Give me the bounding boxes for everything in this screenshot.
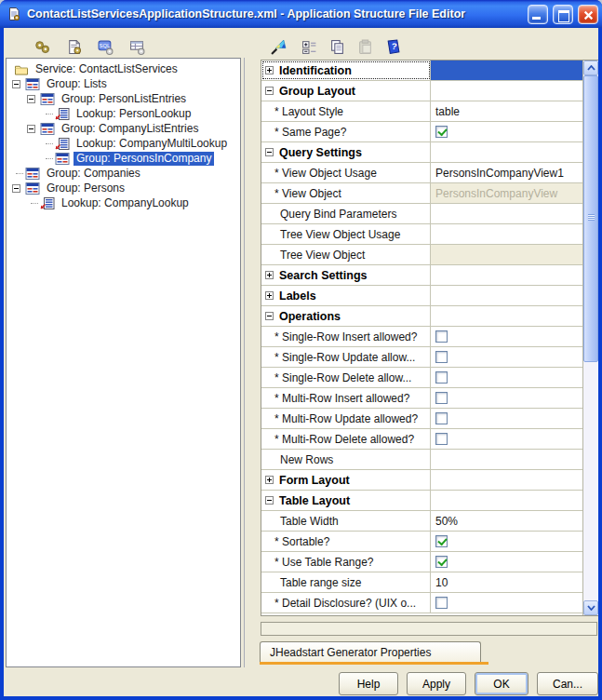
property-row[interactable]: Identification — [261, 61, 582, 81]
property-row[interactable]: Query Settings — [261, 142, 582, 163]
tree-item[interactable]: Lookup: CompanyLookup — [7, 195, 240, 210]
scroll-up-button[interactable] — [583, 61, 598, 75]
property-value-cell[interactable] — [431, 552, 582, 572]
titlebar[interactable]: ContactListServicesApplicationStructure.… — [0, 0, 602, 28]
section-expander-icon[interactable] — [265, 312, 274, 320]
minimize-button[interactable] — [528, 5, 548, 24]
checkbox[interactable] — [435, 597, 448, 609]
section-expander-icon[interactable] — [265, 148, 274, 156]
help-book-button[interactable]: ? — [381, 35, 404, 59]
gears-button[interactable] — [30, 35, 54, 59]
property-row[interactable]: * Multi-Row Update allowed? — [261, 409, 582, 429]
section-expander-icon[interactable] — [265, 291, 274, 300]
property-row[interactable]: Tree View Object Usage — [261, 224, 582, 245]
tree-item[interactable]: Group: PersonsInCompany — [7, 151, 240, 166]
help-button[interactable]: Help — [339, 672, 398, 695]
checkbox[interactable] — [435, 412, 448, 424]
property-value-cell[interactable] — [431, 204, 582, 223]
section-expander-icon[interactable] — [265, 271, 274, 279]
tree-expander-icon[interactable] — [27, 95, 35, 103]
property-row[interactable]: Table Width 50% — [261, 511, 582, 532]
properties-wand-button[interactable] — [266, 35, 290, 59]
property-row[interactable]: * Multi-Row Delete allowed? — [261, 429, 582, 450]
table-gear-button[interactable] — [125, 35, 149, 59]
property-value-cell[interactable]: 50% — [431, 511, 582, 531]
tree-item[interactable]: Service: ContactListServices — [7, 61, 240, 76]
expand-all-button[interactable] — [298, 35, 320, 59]
property-row[interactable]: * View Object PersonsInCompanyView — [261, 183, 582, 204]
property-value-cell[interactable] — [431, 142, 582, 162]
property-value-cell[interactable] — [431, 122, 582, 141]
tree-item[interactable]: Lookup: CompanyMultiLookup — [7, 136, 240, 151]
section-expander-icon[interactable] — [265, 66, 274, 74]
close-button[interactable] — [578, 5, 598, 24]
property-value-cell[interactable]: table — [431, 101, 582, 121]
property-value-cell[interactable]: PersonsInCompanyView — [431, 183, 582, 203]
property-value-cell[interactable] — [431, 245, 582, 264]
property-value-cell[interactable] — [431, 429, 582, 449]
property-row[interactable]: New Rows — [261, 450, 582, 470]
property-value-cell[interactable]: 10 — [431, 572, 582, 592]
sql-gear-button[interactable]: SQL — [93, 35, 117, 59]
property-row[interactable]: Table range size 10 — [261, 572, 582, 593]
tree-item[interactable]: Group: PersonListEntries — [7, 91, 240, 106]
document-gear-button[interactable] — [61, 35, 86, 59]
checkbox[interactable] — [435, 330, 448, 343]
tree-item[interactable]: Group: Lists — [7, 76, 240, 91]
section-expander-icon[interactable] — [265, 496, 274, 505]
property-value-cell[interactable] — [431, 409, 582, 428]
tree-item[interactable]: Lookup: PersonLookup — [7, 106, 240, 121]
cancel-button[interactable]: Can... — [537, 672, 598, 695]
property-row[interactable]: Form Layout — [261, 470, 582, 491]
checkbox[interactable] — [435, 126, 448, 138]
property-value-cell[interactable] — [431, 61, 582, 80]
apply-button[interactable]: Apply — [407, 672, 466, 695]
property-value-cell[interactable] — [431, 532, 582, 551]
property-value-cell[interactable] — [431, 470, 582, 490]
tab-jheadstart-generator-properties[interactable]: JHeadstart Generator Properties — [260, 641, 481, 662]
panel-splitter[interactable] — [244, 58, 245, 667]
property-row[interactable]: Group Layout — [261, 81, 582, 101]
checkbox[interactable] — [435, 433, 448, 445]
property-value-cell[interactable] — [431, 81, 582, 101]
vertical-scrollbar[interactable] — [582, 61, 598, 615]
ok-button[interactable]: OK — [475, 672, 528, 695]
property-row[interactable]: Query Bind Parameters — [261, 204, 582, 224]
paste-button[interactable] — [354, 35, 376, 59]
tree-item[interactable]: Group: Companies — [7, 166, 240, 181]
property-row[interactable]: Search Settings — [261, 265, 582, 286]
scrollbar-thumb[interactable] — [583, 75, 598, 362]
property-value-cell[interactable] — [431, 286, 582, 305]
checkbox[interactable] — [435, 392, 448, 404]
property-row[interactable]: * Same Page? — [261, 122, 582, 142]
property-row[interactable]: * View Object Usage PersonsInCompanyView… — [261, 163, 582, 183]
property-value-cell[interactable] — [431, 306, 582, 326]
tree-item[interactable]: Group: CompanyListEntries — [7, 121, 240, 136]
property-value-cell[interactable] — [431, 327, 582, 346]
property-row[interactable]: * Use Table Range? — [261, 552, 582, 572]
property-value-cell[interactable] — [431, 491, 582, 510]
tree-expander-icon[interactable] — [27, 125, 35, 133]
section-expander-icon[interactable] — [265, 87, 274, 95]
property-row[interactable]: * Detail Disclosure? (UIX o... — [261, 593, 582, 613]
property-row[interactable]: * Single-Row Update allow... — [261, 347, 582, 368]
tree-item[interactable]: Group: Persons — [7, 181, 240, 195]
property-row[interactable]: Labels — [261, 286, 582, 306]
property-row[interactable]: * Sortable? — [261, 532, 582, 552]
checkbox[interactable] — [435, 556, 448, 568]
section-expander-icon[interactable] — [265, 476, 274, 484]
property-value-cell[interactable] — [431, 368, 582, 387]
property-value-cell[interactable] — [431, 450, 582, 469]
property-value-cell[interactable] — [431, 347, 582, 367]
property-row[interactable]: * Single-Row Insert allowed? — [261, 327, 582, 347]
property-value-cell[interactable] — [431, 265, 582, 285]
property-value-cell[interactable] — [431, 593, 582, 612]
property-row[interactable]: * Multi-Row Insert allowed? — [261, 388, 582, 409]
property-row[interactable]: * Layout Style table — [261, 101, 582, 122]
checkbox[interactable] — [435, 371, 448, 384]
property-value-cell[interactable]: PersonsInCompanyView1 — [431, 163, 582, 182]
scroll-down-button[interactable] — [583, 600, 598, 615]
checkbox[interactable] — [435, 351, 448, 363]
property-value-cell[interactable] — [431, 224, 582, 244]
tree-expander-icon[interactable] — [12, 80, 20, 88]
